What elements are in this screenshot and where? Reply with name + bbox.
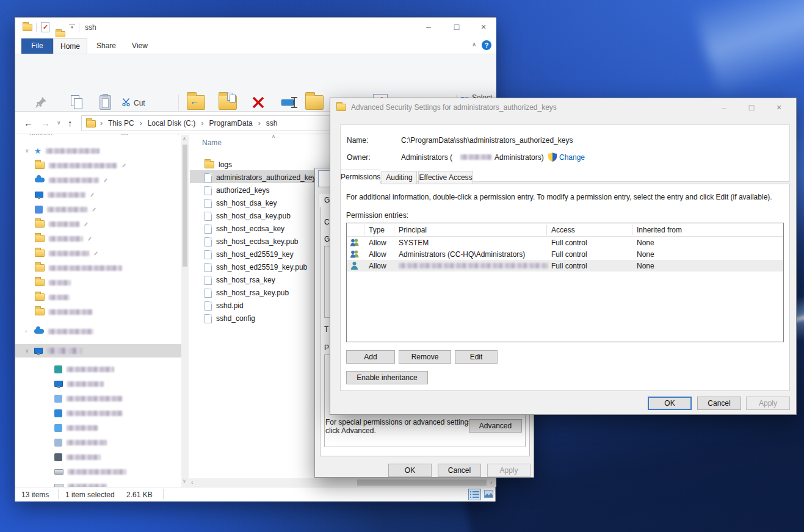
- change-owner-link[interactable]: Change: [559, 153, 585, 162]
- ok-button[interactable]: OK: [388, 464, 432, 477]
- dialog-maximize-button[interactable]: □: [739, 98, 764, 117]
- dialog-close-button[interactable]: ×: [767, 98, 791, 117]
- remove-button[interactable]: Remove: [399, 350, 451, 364]
- sidebar-item-child[interactable]: [54, 407, 123, 419]
- permission-row[interactable]: Allow SYSTEM Full control None: [347, 237, 783, 248]
- sidebar-item[interactable]: [35, 247, 98, 259]
- tab-file[interactable]: File: [21, 38, 53, 54]
- help-icon[interactable]: ?: [482, 40, 491, 50]
- add-button[interactable]: Add: [346, 350, 395, 364]
- up-icon[interactable]: ↑: [68, 118, 73, 128]
- permission-entries-table[interactable]: Type Principal Access Inherited from All…: [346, 223, 784, 342]
- col-access[interactable]: Access: [551, 226, 575, 234]
- file-icon: [205, 250, 212, 259]
- qat-divider: [36, 23, 37, 32]
- sidebar-item[interactable]: [35, 159, 126, 171]
- videos-icon: [54, 453, 62, 461]
- sidebar-item[interactable]: [35, 218, 88, 230]
- qat-properties-icon[interactable]: ✓: [41, 22, 49, 32]
- ribbon-collapse-icon[interactable]: ∧: [472, 41, 476, 48]
- tab-effective-access[interactable]: Effective Access: [418, 171, 473, 184]
- sidebar-item-child[interactable]: [54, 378, 104, 390]
- selection-count: 1 item selected: [65, 491, 115, 499]
- sidebar-item[interactable]: [35, 203, 96, 215]
- group-users-icon: [350, 238, 360, 248]
- advanced-button[interactable]: Advanced: [469, 419, 522, 433]
- pin-icon: [87, 237, 92, 241]
- sidebar-item[interactable]: [35, 189, 94, 201]
- scissors-icon: [121, 98, 131, 109]
- hscrollbar-thumb[interactable]: [357, 480, 487, 486]
- dialog-cancel-button[interactable]: Cancel: [697, 397, 741, 410]
- sidebar-item-child[interactable]: [54, 436, 107, 448]
- scroll-left-icon[interactable]: ‹: [191, 479, 193, 486]
- monitor-icon: [34, 348, 43, 354]
- cut-button[interactable]: Cut: [121, 97, 145, 109]
- dialog-apply-button[interactable]: Apply: [746, 397, 790, 410]
- copy-to-icon: [213, 93, 242, 112]
- tab-view[interactable]: View: [124, 38, 156, 54]
- breadcrumb-local-disk[interactable]: Local Disk (C:): [148, 119, 196, 128]
- sidebar-scrollbar[interactable]: ∧ ∨: [181, 135, 189, 487]
- permission-row[interactable]: Allow Administrators (CC-HQ\Administrato…: [347, 248, 783, 260]
- minimize-button[interactable]: –: [416, 18, 441, 36]
- scrollbar-thumb[interactable]: [183, 145, 187, 267]
- breadcrumb-programdata[interactable]: ProgramData: [209, 119, 252, 128]
- recent-locations-icon[interactable]: ∨: [57, 120, 61, 126]
- sidebar-item-quick-access[interactable]: ∨★: [25, 145, 100, 157]
- enable-inheritance-button[interactable]: Enable inheritance: [346, 371, 428, 384]
- breadcrumb-this-pc[interactable]: This PC: [108, 119, 134, 128]
- sidebar-item-onedrive[interactable]: ›: [25, 325, 93, 337]
- qat-customize-icon[interactable]: ▾: [69, 24, 75, 31]
- column-header-name[interactable]: Name: [202, 138, 222, 147]
- file-icon: [205, 225, 212, 234]
- sidebar-item-child[interactable]: [54, 363, 114, 375]
- tab-home[interactable]: Home: [53, 38, 87, 54]
- dialog-ok-button[interactable]: OK: [648, 397, 692, 410]
- cancel-button[interactable]: Cancel: [438, 464, 481, 477]
- owner-redacted: [460, 154, 492, 160]
- col-inherited[interactable]: Inherited from: [637, 226, 682, 234]
- owner-label: Owner:: [347, 153, 371, 162]
- entries-label: Permission entries:: [346, 211, 408, 220]
- pin-icon: [84, 222, 88, 226]
- edge-letter: C: [324, 218, 330, 226]
- owner-value: Administrators (: [401, 153, 452, 162]
- sidebar-item-child[interactable]: [54, 392, 123, 404]
- scroll-down-icon[interactable]: ∨: [183, 478, 186, 484]
- file-icon: [205, 186, 212, 195]
- dialog-minimize-button[interactable]: –: [712, 98, 736, 117]
- col-principal[interactable]: Principal: [399, 226, 427, 234]
- navigation-pane: ∨★ › ∨: [15, 135, 181, 487]
- tab-share[interactable]: Share: [90, 38, 123, 54]
- sidebar-item[interactable]: [35, 174, 107, 186]
- edit-entry-button[interactable]: Edit: [455, 350, 498, 364]
- tab-auditing[interactable]: Auditing: [382, 171, 417, 184]
- tab-permissions[interactable]: Permissions: [340, 170, 380, 184]
- sidebar-item[interactable]: [35, 232, 92, 245]
- thumbnail-view-button[interactable]: [483, 489, 496, 500]
- sidebar-item-child[interactable]: [54, 466, 126, 478]
- sidebar-item[interactable]: [35, 262, 122, 274]
- file-list-hscrollbar[interactable]: ‹ ›: [189, 478, 496, 487]
- sidebar-item-this-pc[interactable]: ∨: [25, 345, 82, 357]
- file-icon: [205, 199, 212, 208]
- scroll-up-icon[interactable]: ∧: [183, 136, 186, 142]
- sidebar-item-child[interactable]: [54, 422, 98, 434]
- details-view-button[interactable]: [468, 489, 481, 500]
- col-type[interactable]: Type: [369, 226, 385, 234]
- sidebar-item[interactable]: [35, 306, 93, 318]
- maximize-button[interactable]: □: [444, 18, 469, 36]
- apply-button[interactable]: Apply: [487, 464, 531, 477]
- sidebar-item[interactable]: [35, 291, 70, 303]
- info-text: For additional information, double-click…: [346, 193, 772, 201]
- scroll-right-icon[interactable]: ›: [490, 479, 492, 486]
- close-button[interactable]: ×: [471, 18, 496, 36]
- back-icon[interactable]: ←: [24, 118, 33, 128]
- sidebar-item[interactable]: [35, 276, 71, 289]
- sidebar-item-child[interactable]: [54, 451, 101, 463]
- breadcrumb-ssh[interactable]: ssh: [266, 119, 278, 128]
- paste-icon: [92, 93, 119, 112]
- permission-row-selected[interactable]: Allow Full control None: [347, 260, 783, 271]
- forward-icon[interactable]: →: [41, 118, 50, 128]
